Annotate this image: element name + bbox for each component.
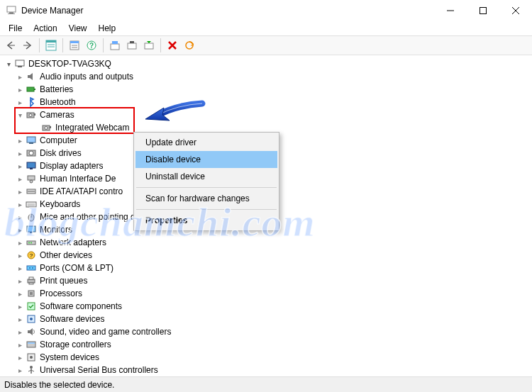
menu-file[interactable]: File xyxy=(3,22,28,35)
tree-root[interactable]: ▾DESKTOP-TVAG3KQ xyxy=(3,57,532,70)
tree-node-camera[interactable]: ▾Cameras xyxy=(3,108,532,121)
usb-icon xyxy=(26,364,37,376)
toolbar: ? xyxy=(0,35,532,55)
system-icon xyxy=(26,352,37,363)
tree-node-storage[interactable]: ▸Storage controllers xyxy=(3,338,532,351)
help-button[interactable]: ? xyxy=(84,38,99,53)
menu-view[interactable]: View xyxy=(63,22,93,35)
ide-icon xyxy=(26,186,37,197)
tree-node-cpu[interactable]: ▸Processors xyxy=(3,287,532,300)
expand-icon[interactable]: ▸ xyxy=(16,289,24,298)
tree-node-battery[interactable]: ▸Batteries xyxy=(3,83,532,96)
svg-point-56 xyxy=(29,267,31,269)
tree-node-label: Ports (COM & LPT) xyxy=(40,263,113,273)
sound-icon xyxy=(26,326,37,337)
expand-icon[interactable]: ▸ xyxy=(16,200,24,208)
context-menu-item[interactable]: Update driver xyxy=(135,134,277,151)
tree-node-swcomp[interactable]: ▸Software components xyxy=(3,300,532,313)
expand-icon[interactable]: ▸ xyxy=(16,72,24,81)
back-button[interactable] xyxy=(3,38,18,53)
context-menu: Update driverDisable deviceUninstall dev… xyxy=(133,132,279,231)
delete-button[interactable] xyxy=(165,38,180,53)
audio-icon xyxy=(26,71,37,82)
context-menu-item[interactable]: Uninstall device xyxy=(135,168,277,185)
tree-root-label: DESKTOP-TVAG3KQ xyxy=(28,59,111,69)
collapse-icon[interactable]: ▾ xyxy=(4,60,13,68)
expand-icon[interactable]: ▸ xyxy=(16,315,24,323)
tree-node-label: IDE ATA/ATAPI contro xyxy=(40,186,123,196)
tree-leaf-label: Integrated Webcam xyxy=(55,123,130,133)
svg-rect-49 xyxy=(30,232,33,233)
expand-icon[interactable]: ▸ xyxy=(16,174,24,183)
context-menu-item[interactable]: Properties xyxy=(135,212,277,229)
swcomp-icon xyxy=(26,301,37,312)
expand-icon[interactable]: ▸ xyxy=(16,340,24,349)
tree-node-sound[interactable]: ▸Sound, video and game controllers xyxy=(3,325,532,338)
tree-node-swdev[interactable]: ▸Software devices xyxy=(3,313,532,325)
scan-button[interactable] xyxy=(182,38,197,53)
svg-point-31 xyxy=(45,127,48,130)
show-hide-button[interactable] xyxy=(43,38,59,53)
tree-node-network[interactable]: ▸Network adapters xyxy=(3,236,532,249)
svg-rect-26 xyxy=(34,89,35,90)
expand-icon[interactable]: ▸ xyxy=(16,213,24,221)
storage-icon xyxy=(26,339,37,350)
svg-point-57 xyxy=(32,267,33,269)
svg-rect-19 xyxy=(128,43,136,49)
svg-rect-23 xyxy=(16,60,24,66)
statusbar: Disables the selected device. xyxy=(0,376,532,392)
tree-node-label: Sound, video and game controllers xyxy=(40,327,171,337)
context-menu-item[interactable]: Scan for hardware changes xyxy=(135,190,277,207)
display-icon xyxy=(26,160,37,172)
tree-node-printer[interactable]: ▸Print queues xyxy=(3,274,532,287)
tree-node-label: Display adapters xyxy=(40,161,103,171)
context-menu-separator xyxy=(136,187,277,188)
app-icon xyxy=(6,5,17,16)
tree-node-audio[interactable]: ▸Audio inputs and outputs xyxy=(3,70,532,83)
minimize-button[interactable] xyxy=(434,0,467,21)
expand-icon[interactable]: ▸ xyxy=(16,85,24,94)
svg-rect-60 xyxy=(29,283,33,284)
tree-node-port[interactable]: ▸Ports (COM & LPT) xyxy=(3,262,532,274)
expand-icon[interactable]: ▸ xyxy=(16,353,24,362)
maximize-button[interactable] xyxy=(467,0,499,21)
expand-icon[interactable]: ▸ xyxy=(16,366,24,374)
tree-node-label: Keyboards xyxy=(40,199,80,209)
expand-icon[interactable]: ▸ xyxy=(16,136,24,145)
svg-rect-48 xyxy=(27,226,35,232)
titlebar: Device Manager xyxy=(0,0,532,21)
forward-button[interactable] xyxy=(20,38,35,53)
other-icon: ? xyxy=(26,250,37,261)
properties-button[interactable] xyxy=(67,38,82,53)
expand-icon[interactable]: ▸ xyxy=(16,225,24,234)
menu-action[interactable]: Action xyxy=(28,22,62,35)
update-driver-button[interactable] xyxy=(107,38,123,53)
tree-node-other[interactable]: ▸?Other devices xyxy=(3,249,532,262)
disable-button[interactable] xyxy=(124,38,140,53)
uninstall-button[interactable] xyxy=(141,38,157,53)
expand-icon[interactable]: ▸ xyxy=(16,276,24,285)
tree-node-label: Universal Serial Bus controllers xyxy=(40,365,158,375)
expand-icon[interactable]: ▸ xyxy=(16,327,24,336)
expand-icon[interactable]: ▾ xyxy=(16,111,24,119)
expand-icon[interactable]: ▸ xyxy=(16,264,24,272)
bluetooth-icon xyxy=(26,96,37,108)
expand-icon[interactable]: ▸ xyxy=(16,187,24,196)
close-button[interactable] xyxy=(499,0,532,21)
expand-icon[interactable]: ▸ xyxy=(16,302,24,310)
expand-icon[interactable]: ▸ xyxy=(16,162,24,170)
svg-rect-21 xyxy=(145,43,153,49)
context-menu-item[interactable]: Disable device xyxy=(135,151,277,168)
expand-icon[interactable]: ▸ xyxy=(16,238,24,247)
expand-icon[interactable]: ▸ xyxy=(16,251,24,259)
tree-node-usb[interactable]: ▸Universal Serial Bus controllers xyxy=(3,364,532,376)
svg-rect-37 xyxy=(27,162,35,168)
tree-node-system[interactable]: ▸System devices xyxy=(3,351,532,364)
svg-rect-59 xyxy=(29,277,33,279)
svg-point-36 xyxy=(29,151,33,155)
menu-help[interactable]: Help xyxy=(93,22,122,35)
camera-icon xyxy=(26,109,37,121)
expand-icon[interactable]: ▸ xyxy=(16,98,24,106)
expand-icon[interactable]: ▸ xyxy=(16,149,24,157)
tree-node-bluetooth[interactable]: ▸Bluetooth xyxy=(3,96,532,108)
